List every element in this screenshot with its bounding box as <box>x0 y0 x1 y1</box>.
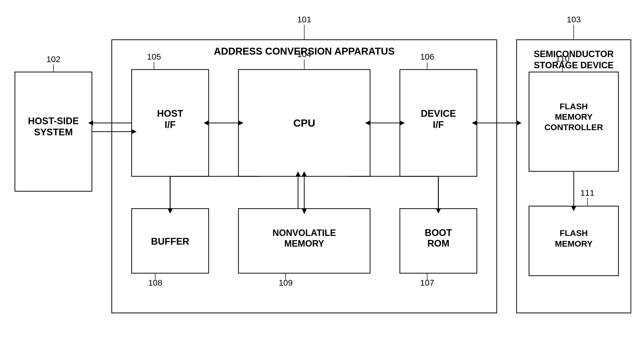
device-if-label2: I/F <box>433 120 444 130</box>
device-if-label1: DEVICE <box>421 108 456 119</box>
ref-108: 108 <box>148 278 162 287</box>
semiconductor-label1: SEMICONDUCTOR <box>534 49 614 59</box>
nonvolatile-label2: MEMORY <box>284 238 324 248</box>
ref-104: 104 <box>297 50 312 59</box>
ref-110: 110 <box>556 54 570 63</box>
flash-memory-label1: FLASH <box>560 228 588 238</box>
host-side-label2: SYSTEM <box>34 127 73 137</box>
ref-109: 109 <box>279 278 293 287</box>
flash-controller-box <box>529 72 618 171</box>
ref-103: 103 <box>567 15 581 24</box>
host-if-label1: HOST <box>157 108 183 119</box>
ref-107: 107 <box>420 278 434 287</box>
semiconductor-label2: STORAGE DEVICE <box>534 60 614 70</box>
flash-controller-label2: MEMORY <box>555 112 592 122</box>
boot-rom-label1: BOOT <box>425 228 452 238</box>
flash-memory-label2: MEMORY <box>555 239 592 248</box>
ref-106: 106 <box>420 52 434 61</box>
ref-105: 105 <box>147 52 161 61</box>
ref-101: 101 <box>297 15 312 24</box>
diagram-container: HOST-SIDE SYSTEM 102 ADDRESS CONVERSION … <box>0 0 644 340</box>
buffer-label: BUFFER <box>151 236 189 246</box>
flash-controller-label1: FLASH <box>560 102 588 111</box>
flash-controller-label3: CONTROLLER <box>544 122 603 132</box>
host-if-label2: I/F <box>165 120 176 130</box>
ref-102: 102 <box>46 54 60 64</box>
cpu-label: CPU <box>293 117 316 129</box>
ref-111: 111 <box>580 188 594 198</box>
host-side-label1: HOST-SIDE <box>28 116 79 126</box>
nonvolatile-label1: NONVOLATILE <box>272 228 336 238</box>
boot-rom-label2: ROM <box>428 238 450 248</box>
